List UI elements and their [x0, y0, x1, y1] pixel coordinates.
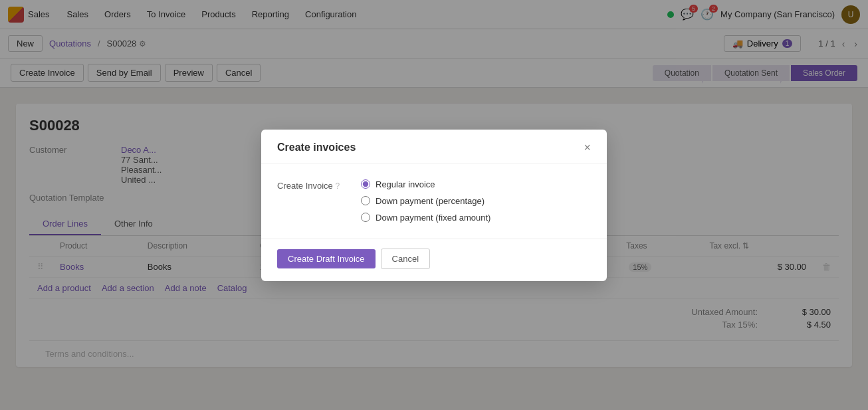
invoice-type-radio-group: Regular invoice Down payment (percentage… — [361, 179, 490, 223]
modal-body: Create Invoice ? Regular invoice Down pa… — [261, 163, 607, 239]
radio-regular-invoice[interactable] — [361, 179, 370, 189]
option-down-payment-fixed[interactable]: Down payment (fixed amount) — [361, 213, 490, 223]
help-icon[interactable]: ? — [335, 181, 340, 191]
radio-down-payment-pct[interactable] — [361, 196, 370, 205]
modal-cancel-button[interactable]: Cancel — [381, 249, 430, 269]
modal-footer: Create Draft Invoice Cancel — [261, 239, 607, 281]
radio-down-payment-fixed[interactable] — [361, 213, 370, 222]
modal-header: Create invoices × — [261, 130, 607, 163]
option-down-payment-pct[interactable]: Down payment (percentage) — [361, 196, 490, 206]
option-regular-invoice[interactable]: Regular invoice — [361, 179, 490, 189]
invoice-type-field: Create Invoice ? Regular invoice Down pa… — [277, 179, 591, 223]
modal-title: Create invoices — [277, 142, 356, 154]
invoice-type-label: Create Invoice ? — [277, 179, 350, 191]
option-down-pct-label: Down payment (percentage) — [376, 196, 485, 206]
create-draft-invoice-button[interactable]: Create Draft Invoice — [277, 249, 376, 268]
close-icon[interactable]: × — [584, 142, 591, 154]
option-down-fixed-label: Down payment (fixed amount) — [376, 213, 490, 223]
create-invoices-modal: Create invoices × Create Invoice ? Regul… — [261, 130, 607, 281]
modal-overlay: Create invoices × Create Invoice ? Regul… — [0, 0, 868, 383]
option-regular-label: Regular invoice — [376, 179, 435, 189]
